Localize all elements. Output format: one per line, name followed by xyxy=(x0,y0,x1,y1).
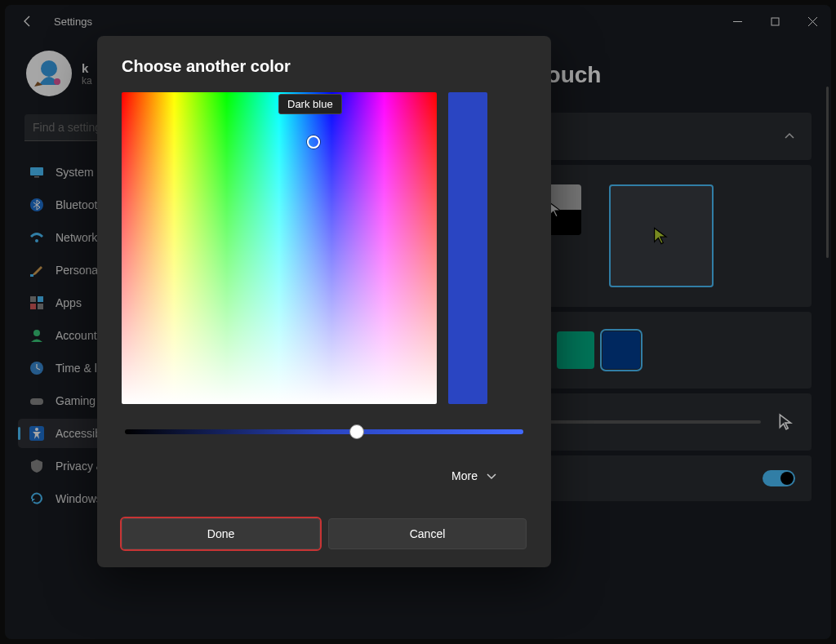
more-toggle[interactable]: More xyxy=(122,469,527,482)
color-picker-dialog: Choose another color Dark blue More Done… xyxy=(97,36,551,567)
settings-window: Settings k ka System xyxy=(5,5,831,639)
color-tooltip: Dark blue xyxy=(278,94,342,114)
color-preview xyxy=(448,92,487,404)
chevron-down-icon xyxy=(486,470,497,482)
cancel-button[interactable]: Cancel xyxy=(328,518,527,549)
dialog-title: Choose another color xyxy=(122,57,527,76)
saturation-value-panel[interactable]: Dark blue xyxy=(122,92,437,404)
value-thumb[interactable] xyxy=(349,424,364,439)
done-button[interactable]: Done xyxy=(122,518,320,549)
sv-cursor[interactable] xyxy=(307,135,320,149)
value-slider[interactable] xyxy=(122,424,527,440)
